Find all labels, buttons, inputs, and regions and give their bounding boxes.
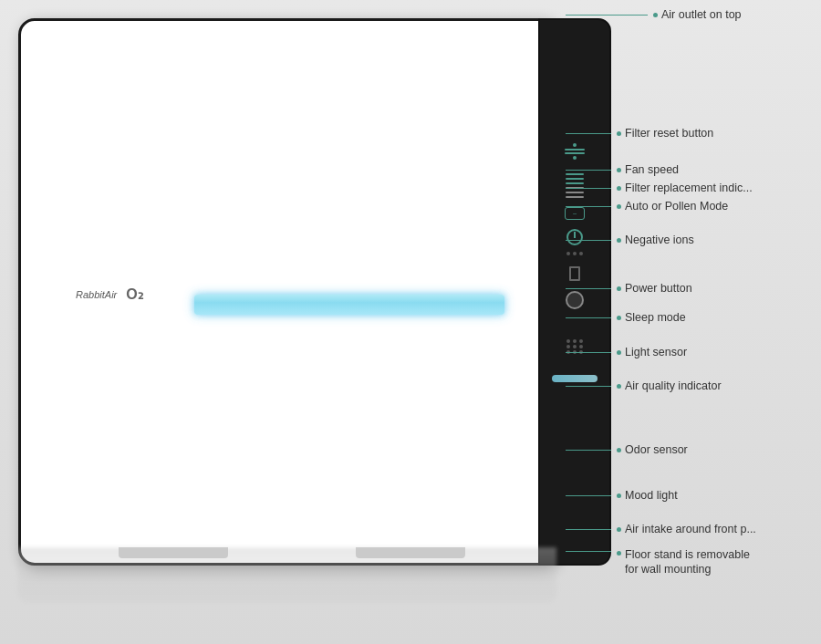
annotation-line xyxy=(566,352,611,353)
connector-dot xyxy=(617,286,621,291)
annotation-air-intake: Air intake around front p... xyxy=(566,522,756,536)
annotation-label: Filter replacement indic... xyxy=(625,181,753,195)
connector-dot xyxy=(617,131,621,136)
o2-logo: O₂ xyxy=(126,286,142,303)
connector-dot xyxy=(617,168,621,172)
connector-dot xyxy=(617,551,621,556)
annotation-label: Air intake around front p... xyxy=(625,522,756,536)
connector-dot xyxy=(617,238,621,243)
annotation-line xyxy=(566,288,611,289)
mood-light-bar xyxy=(194,295,504,315)
annotation-label: Air quality indicator xyxy=(625,379,722,393)
annotation-air-outlet: Air outlet on top xyxy=(566,7,742,22)
connector-dot xyxy=(617,384,621,389)
annotation-line xyxy=(566,15,648,16)
annotation-label: Filter reset button xyxy=(625,126,713,140)
annotation-label: Auto or Pollen Mode xyxy=(625,199,728,213)
connector-dot xyxy=(617,527,621,532)
annotation-fan-speed: Fan speed xyxy=(566,162,679,177)
annotation-mood-light: Mood light xyxy=(566,488,678,503)
annotation-filter-reset: Filter reset button xyxy=(566,126,713,140)
annotation-filter-replacement: Filter replacement indic... xyxy=(566,181,753,195)
annotation-line xyxy=(566,450,611,451)
annotation-auto-pollen: Auto or Pollen Mode xyxy=(566,199,728,213)
connector-dot xyxy=(617,493,621,498)
annotation-line xyxy=(566,240,611,241)
annotation-label: Fan speed xyxy=(625,162,679,177)
rabbit-logo: RabbitAir xyxy=(76,289,117,300)
annotation-label: Floor stand is removable for wall mounti… xyxy=(625,547,762,577)
annotation-line xyxy=(566,495,611,496)
annotation-label: Air outlet on top xyxy=(661,7,742,22)
connector-dot xyxy=(617,350,621,355)
annotations-panel: Air outlet on top Filter reset button Fa… xyxy=(566,0,821,644)
annotation-line xyxy=(566,317,611,318)
annotation-label: Power button xyxy=(625,281,692,296)
annotation-line xyxy=(566,133,611,134)
connector-dot xyxy=(617,316,621,320)
annotation-line xyxy=(566,529,611,530)
annotation-line xyxy=(566,551,611,552)
annotation-line xyxy=(566,170,611,171)
annotation-odor-sensor: Odor sensor xyxy=(566,442,688,457)
annotation-line xyxy=(566,386,611,387)
annotation-label: Sleep mode xyxy=(625,310,686,325)
device-reflection xyxy=(18,547,556,602)
page-container: RabbitAir O₂ xyxy=(0,0,821,644)
device-body: RabbitAir O₂ xyxy=(18,18,556,566)
annotation-sleep-mode: Sleep mode xyxy=(566,310,686,325)
device-logo-area: RabbitAir O₂ xyxy=(76,286,143,303)
annotation-air-quality: Air quality indicator xyxy=(566,379,722,393)
annotation-label: Negative ions xyxy=(625,233,694,247)
connector-dot xyxy=(617,448,621,452)
annotation-line xyxy=(566,206,611,207)
connector-dot xyxy=(653,13,658,17)
annotation-line xyxy=(566,188,611,189)
annotation-label: Light sensor xyxy=(625,345,687,359)
annotation-negative-ions: Negative ions xyxy=(566,233,694,247)
annotation-light-sensor: Light sensor xyxy=(566,345,687,359)
annotation-floor-stand: Floor stand is removable for wall mounti… xyxy=(566,547,762,577)
annotation-label: Odor sensor xyxy=(625,442,688,457)
device-wrapper: RabbitAir O₂ xyxy=(9,18,611,602)
connector-dot xyxy=(617,204,621,209)
annotation-label: Mood light xyxy=(625,488,678,503)
annotation-power-button: Power button xyxy=(566,281,692,296)
connector-dot xyxy=(617,186,621,191)
